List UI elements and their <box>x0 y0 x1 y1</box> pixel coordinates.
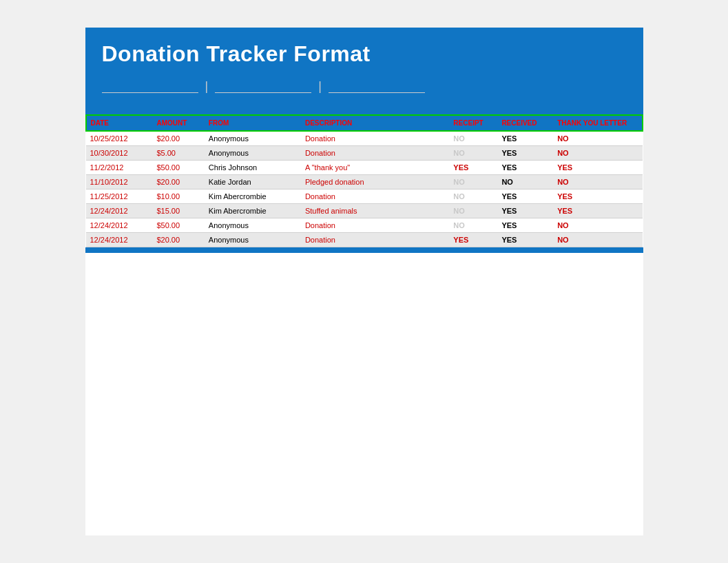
cell-description: Donation <box>301 233 449 247</box>
separator-1: | <box>205 79 209 94</box>
cell-description: Donation <box>301 146 449 161</box>
cell-thank-you: NO <box>553 146 642 161</box>
cell-thank-you: YES <box>553 161 642 175</box>
cell-receipt: YES <box>449 233 497 247</box>
table-row: 11/2/2012 $50.00 Chris Johnson A "thank … <box>86 161 643 175</box>
cell-receipt: YES <box>449 161 497 175</box>
cell-from: Kim Abercrombie <box>205 190 301 204</box>
cell-receipt: NO <box>449 204 497 218</box>
separator-2: | <box>318 79 322 94</box>
cell-amount: $20.00 <box>152 175 204 190</box>
page-wrapper: Donation Tracker Format | | DATE AMOUNT … <box>0 0 728 563</box>
cell-received: YES <box>497 161 553 175</box>
cell-from: Anonymous <box>205 233 301 247</box>
cell-receipt: NO <box>449 218 497 233</box>
cell-from: Kim Abercrombie <box>205 204 301 218</box>
cell-from: Katie Jordan <box>205 175 301 190</box>
col-header-date: DATE <box>86 115 153 131</box>
col-header-thank-you: THANK YOU LETTER <box>553 115 642 131</box>
table-row: 12/24/2012 $20.00 Anonymous Donation YES… <box>86 233 643 247</box>
header-section: Donation Tracker Format | | <box>85 28 643 114</box>
col-header-receipt: RECEIPT <box>449 115 497 131</box>
cell-description: Donation <box>301 190 449 204</box>
table-row: 12/24/2012 $15.00 Kim Abercrombie Stuffe… <box>86 204 643 218</box>
cell-date: 10/25/2012 <box>86 131 153 146</box>
cell-received: YES <box>497 218 553 233</box>
table-header-row: DATE AMOUNT FROM DESCRIPTION RECEIPT REC… <box>86 115 643 131</box>
cell-amount: $50.00 <box>152 218 204 233</box>
cell-amount: $10.00 <box>152 190 204 204</box>
spreadsheet-container: Donation Tracker Format | | DATE AMOUNT … <box>85 28 643 535</box>
cell-from: Anonymous <box>205 218 301 233</box>
cell-received: NO <box>497 175 553 190</box>
table-row: 11/25/2012 $10.00 Kim Abercrombie Donati… <box>86 190 643 204</box>
footer-bar <box>85 247 643 253</box>
cell-amount: $50.00 <box>152 161 204 175</box>
cell-description: Donation <box>301 131 449 146</box>
table-row: 12/24/2012 $50.00 Anonymous Donation NO … <box>86 218 643 233</box>
cell-thank-you: YES <box>553 204 642 218</box>
col-header-from: FROM <box>205 115 301 131</box>
col-header-amount: AMOUNT <box>152 115 204 131</box>
cell-received: YES <box>497 146 553 161</box>
cell-thank-you: NO <box>553 175 642 190</box>
cell-receipt: NO <box>449 131 497 146</box>
cell-thank-you: NO <box>553 218 642 233</box>
cell-received: YES <box>497 190 553 204</box>
cell-description: Pledged donation <box>301 175 449 190</box>
cell-date: 12/24/2012 <box>86 233 153 247</box>
col-header-description: DESCRIPTION <box>301 115 449 131</box>
header-input-2[interactable] <box>215 80 311 93</box>
cell-amount: $15.00 <box>152 204 204 218</box>
table-row: 10/25/2012 $20.00 Anonymous Donation NO … <box>86 131 643 146</box>
cell-from: Anonymous <box>205 131 301 146</box>
cell-description: A "thank you" <box>301 161 449 175</box>
cell-amount: $20.00 <box>152 131 204 146</box>
cell-received: YES <box>497 233 553 247</box>
cell-receipt: NO <box>449 175 497 190</box>
cell-date: 11/10/2012 <box>86 175 153 190</box>
cell-amount: $5.00 <box>152 146 204 161</box>
header-input-1[interactable] <box>102 80 198 93</box>
table-row: 11/10/2012 $20.00 Katie Jordan Pledged d… <box>86 175 643 190</box>
cell-receipt: NO <box>449 146 497 161</box>
table-row: 10/30/2012 $5.00 Anonymous Donation NO Y… <box>86 146 643 161</box>
table-body: 10/25/2012 $20.00 Anonymous Donation NO … <box>86 131 643 247</box>
donations-table: DATE AMOUNT FROM DESCRIPTION RECEIPT REC… <box>85 114 643 247</box>
header-inputs-row: | | <box>102 79 627 108</box>
header-input-3[interactable] <box>329 80 425 93</box>
cell-received: YES <box>497 131 553 146</box>
cell-thank-you: NO <box>553 131 642 146</box>
cell-from: Chris Johnson <box>205 161 301 175</box>
cell-thank-you: NO <box>553 233 642 247</box>
cell-received: YES <box>497 204 553 218</box>
cell-date: 11/25/2012 <box>86 190 153 204</box>
cell-date: 12/24/2012 <box>86 218 153 233</box>
cell-thank-you: YES <box>553 190 642 204</box>
table-section: DATE AMOUNT FROM DESCRIPTION RECEIPT REC… <box>85 114 643 247</box>
cell-description: Donation <box>301 218 449 233</box>
cell-amount: $20.00 <box>152 233 204 247</box>
cell-from: Anonymous <box>205 146 301 161</box>
cell-receipt: NO <box>449 190 497 204</box>
page-title: Donation Tracker Format <box>102 41 627 67</box>
cell-description: Stuffed animals <box>301 204 449 218</box>
col-header-received: RECEIVED <box>497 115 553 131</box>
cell-date: 11/2/2012 <box>86 161 153 175</box>
cell-date: 10/30/2012 <box>86 146 153 161</box>
cell-date: 12/24/2012 <box>86 204 153 218</box>
